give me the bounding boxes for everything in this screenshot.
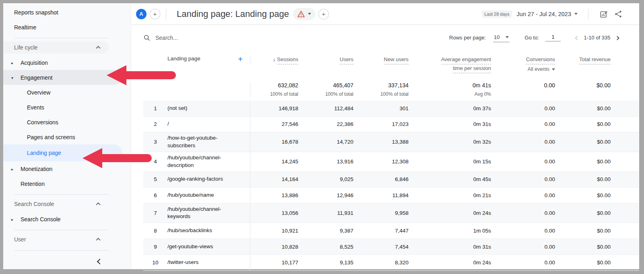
new-users-cell: 9,958 (353, 209, 409, 217)
conversions-column-header[interactable]: Conversions All events (491, 56, 555, 74)
sidebar-divider (14, 194, 109, 195)
conversions-cell: 0.00 (491, 259, 555, 266)
report-header: A Landing page: Landing page Last 28 day… (131, 3, 639, 25)
conversions-cell: 0.00 (491, 158, 555, 165)
date-range-text: Jun 27 - Jul 24, 2023 (517, 11, 571, 17)
sidebar-divider (14, 230, 109, 230)
table-row[interactable]: 6 /hub/youtube/name 13,886 12,946 11,894… (143, 187, 639, 204)
collapse-sidebar-icon[interactable] (97, 259, 103, 264)
table-row[interactable]: 5 /google-ranking-factors 14,164 9,025 6… (143, 172, 639, 188)
sidebar-item-conversions[interactable]: Conversions (3, 115, 122, 130)
conversions-cell: 0.00 (491, 175, 555, 183)
sidebar-item-label: Monetization (21, 166, 52, 172)
sessions-cell: 10,921 (250, 223, 298, 239)
sidebar-item-label: Search Console (21, 216, 61, 222)
users-cell: 9,135 (298, 259, 353, 266)
add-column-button[interactable] (238, 56, 243, 63)
goto-page-input[interactable] (545, 34, 561, 41)
avg-engagement-column-header[interactable]: Average engagement time per session (409, 56, 491, 73)
sidebar-item-search-console[interactable]: Search Console (3, 212, 122, 227)
conversions-event-filter[interactable]: All events (491, 66, 555, 73)
add-report-tab-button[interactable] (318, 9, 329, 19)
landing-page-cell: /twitter-users (167, 257, 250, 268)
search-input[interactable] (155, 35, 284, 41)
date-range-selector[interactable]: Jun 27 - Jul 24, 2023 (517, 11, 578, 17)
sidebar-item-acquisition[interactable]: Acquisition (3, 55, 122, 70)
conversions-cell: 0.00 (491, 192, 555, 199)
landing-page-cell: /hub/youtube/channel-description (167, 152, 250, 171)
landing-page-column-header[interactable]: Landing page (167, 56, 200, 62)
table-row[interactable]: 3 /how-to-get-youtube-subscribers 16,678… (143, 132, 639, 152)
vertical-divider (166, 9, 166, 19)
vertical-divider (588, 9, 588, 19)
sidebar-item-pages-and-screens[interactable]: Pages and screens (3, 130, 122, 144)
data-quality-dropdown[interactable] (293, 8, 315, 20)
chevron-down-icon (552, 68, 555, 70)
total-revenue-column-header[interactable]: Total revenue (555, 56, 611, 64)
landing-page-cell: /hub/youtube/channel-keywords (167, 204, 250, 223)
sidebar-item-engagement[interactable]: Engagement (3, 70, 122, 85)
new-users-cell: 12,308 (353, 158, 409, 165)
table-row[interactable]: 7 /hub/youtube/channel-keywords 13,056 1… (143, 204, 639, 223)
sidebar-item-label: Reports snapshot (14, 9, 58, 16)
revenue-cell: $0.00 (555, 120, 611, 128)
rows-per-page-select[interactable]: 10 (493, 33, 509, 42)
row-number: 3 (143, 138, 167, 146)
table-row[interactable]: 1 (not set) 146,918 112,484 301 0m 37s 0… (143, 101, 639, 117)
sessions-cell: 10,828 (250, 239, 298, 255)
next-page-button[interactable]: › (614, 34, 621, 42)
sidebar-item-realtime[interactable]: Realtime (3, 20, 122, 35)
reports-sidebar: Reports snapshot Realtime Life cycle (3, 3, 131, 269)
row-number: 1 (143, 105, 167, 112)
avg-engagement-cell: 0m 24s (409, 209, 491, 217)
sidebar-item-events[interactable]: Events (3, 100, 122, 115)
sidebar-item-label: Search Console (14, 201, 54, 207)
sessions-cell: 16,678 (250, 132, 298, 152)
revenue-cell: $0.00 (555, 175, 611, 183)
users-cell: 112,484 (298, 105, 353, 112)
sidebar-item-landing-page[interactable]: Landing page (3, 144, 122, 161)
table-row[interactable]: 2 / 27,546 22,386 17,023 0m 31s 0.00 $0.… (143, 117, 639, 133)
totals-users: 465,407 100% of total (298, 82, 353, 97)
table-row[interactable]: 4 /hub/youtube/channel-description 14,24… (143, 152, 639, 172)
revenue-cell: $0.00 (555, 138, 611, 146)
table-row[interactable]: 9 /get-youtube-views 10,828 8,525 7,454 … (143, 239, 639, 255)
conversions-cell: 0.00 (491, 138, 555, 146)
table-row[interactable]: 8 /hub/seo/backlinks 10,921 9,387 7,447 … (143, 223, 639, 239)
sidebar-section-life-cycle[interactable]: Life cycle (3, 41, 109, 54)
sidebar-section-user[interactable]: User (3, 233, 122, 245)
new-users-cell: 8,320 (353, 259, 409, 266)
new-users-column-header[interactable]: New users (353, 56, 409, 64)
previous-page-button[interactable]: ‹ (573, 34, 580, 42)
customize-report-button[interactable] (599, 9, 609, 19)
sidebar-section-search-console[interactable]: Search Console (3, 198, 122, 210)
row-number: 2 (143, 120, 167, 128)
share-button[interactable] (613, 9, 623, 19)
sidebar-item-overview[interactable]: Overview (3, 85, 122, 100)
sidebar-divider (14, 250, 109, 251)
conversions-cell: 0.00 (491, 243, 555, 251)
row-number: 9 (143, 243, 167, 251)
sidebar-item-label: User (14, 236, 26, 243)
sidebar-item-label: Realtime (14, 24, 36, 31)
table-body: 1 (not set) 146,918 112,484 301 0m 37s 0… (143, 101, 639, 271)
users-cell: 8,525 (298, 243, 353, 251)
main-content: A Landing page: Landing page Last 28 day… (131, 3, 639, 269)
add-comparison-button[interactable] (150, 9, 160, 19)
users-cell: 12,946 (298, 192, 353, 199)
table-row[interactable]: 10 /twitter-users 10,177 9,135 8,320 0m … (143, 255, 639, 271)
sidebar-item-monetization[interactable]: Monetization (3, 161, 122, 176)
totals-new-users: 337,134 100% of total (353, 82, 409, 97)
sessions-cell: 13,056 (250, 204, 298, 223)
users-column-header[interactable]: Users (298, 56, 353, 64)
sidebar-collapse-row (3, 254, 131, 269)
avg-engagement-cell: 0m 15s (409, 158, 491, 165)
comparison-avatar[interactable]: A (136, 9, 147, 19)
search-icon (143, 34, 151, 41)
sidebar-item-retention[interactable]: Retention (3, 176, 122, 191)
new-users-cell: 17,023 (353, 120, 409, 128)
sessions-column-header[interactable]: Sessions (250, 56, 298, 64)
row-number: 6 (143, 192, 167, 199)
sidebar-item-label: Life cycle (14, 44, 37, 51)
sidebar-item-reports-snapshot[interactable]: Reports snapshot (3, 5, 122, 20)
